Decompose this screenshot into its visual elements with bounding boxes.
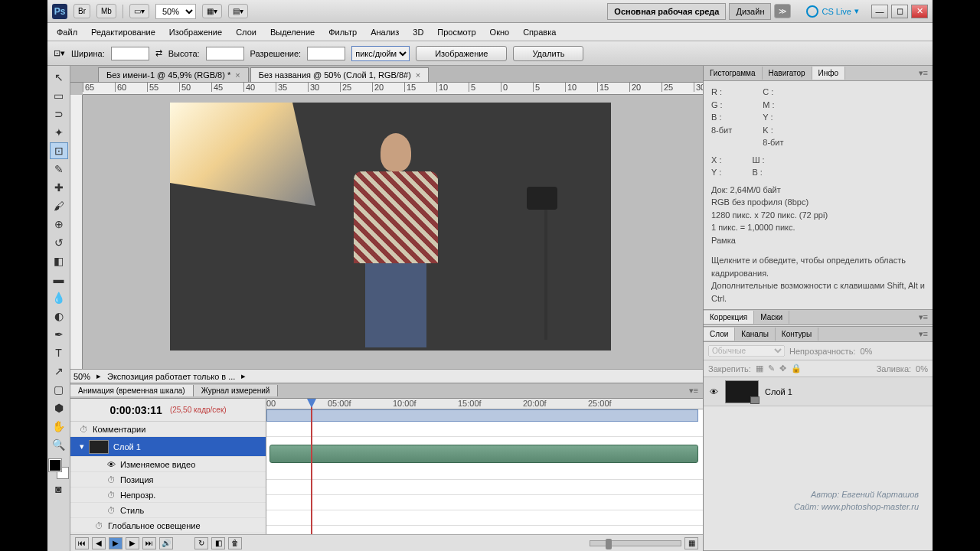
heal-tool[interactable]: ✚: [50, 179, 68, 196]
layer-name[interactable]: Слой 1: [765, 387, 792, 396]
doctab-1[interactable]: Без имени-1 @ 45,9% (RGB/8) *×: [98, 67, 249, 82]
goto-start-button[interactable]: ⏮: [75, 537, 89, 549]
tab-info[interactable]: Инфо: [812, 67, 846, 80]
stamp-tool[interactable]: ⊕: [50, 216, 68, 233]
gradient-tool[interactable]: ▬: [50, 271, 68, 288]
panel-menu-icon[interactable]: ▾≡: [914, 312, 933, 322]
tab-histogram[interactable]: Гистограмма: [704, 67, 763, 80]
work-area-bar[interactable]: [266, 409, 698, 422]
tab-navigator[interactable]: Навигатор: [763, 67, 812, 80]
stopwatch-icon[interactable]: ⏱: [80, 425, 88, 434]
visibility-icon[interactable]: 👁: [708, 387, 719, 396]
panel-menu-icon[interactable]: ▾≡: [914, 329, 933, 339]
lock-all-icon[interactable]: 🔒: [791, 364, 802, 373]
canvas[interactable]: [170, 103, 611, 350]
delete-button[interactable]: Удалить: [513, 46, 583, 61]
delete-frame-button[interactable]: 🗑: [228, 537, 242, 549]
panel-menu-icon[interactable]: ▾≡: [914, 68, 933, 78]
minibridge-button[interactable]: Mb: [96, 4, 116, 18]
workspace-design[interactable]: Дизайн: [729, 3, 771, 20]
tab-animation[interactable]: Анимация (временная шкала): [70, 385, 194, 396]
lock-brush-icon[interactable]: ✎: [768, 364, 775, 373]
fg-color-swatch[interactable]: [49, 459, 61, 471]
blend-mode-select[interactable]: Обычные: [708, 345, 785, 357]
tab-measurement-log[interactable]: Журнал измерений: [194, 385, 279, 396]
eyedropper-tool[interactable]: ✎: [50, 161, 68, 178]
path-tool[interactable]: ↗: [50, 363, 68, 380]
tab-paths[interactable]: Контуры: [776, 328, 818, 341]
marquee-tool[interactable]: ▭: [50, 87, 68, 104]
menu-image[interactable]: Изображение: [163, 25, 228, 39]
3d-tool[interactable]: ⬢: [50, 399, 68, 416]
zoom-dropdown[interactable]: 50%: [155, 4, 196, 19]
lock-move-icon[interactable]: ✥: [779, 364, 786, 373]
brush-tool[interactable]: 🖌: [50, 197, 68, 214]
eraser-tool[interactable]: ◧: [50, 253, 68, 269]
history-brush-tool[interactable]: ↺: [50, 234, 68, 251]
doctab-2[interactable]: Без названия @ 50% (Слой 1, RGB/8#)×: [250, 67, 430, 82]
time-ruler[interactable]: 0005:00f10:00f15:00f20:00f25:00f: [266, 399, 703, 409]
quickmask-tool[interactable]: ◙: [50, 481, 68, 497]
blur-tool[interactable]: 💧: [50, 289, 68, 306]
maximize-button[interactable]: ◻: [891, 5, 908, 18]
audio-button[interactable]: 🔊: [159, 537, 173, 549]
next-frame-button[interactable]: ▶: [126, 537, 139, 549]
close-button[interactable]: ✕: [911, 5, 928, 18]
menu-select[interactable]: Выделение: [264, 25, 321, 39]
height-input[interactable]: [206, 47, 244, 60]
onion-button[interactable]: ◧: [211, 537, 225, 549]
lock-pixels-icon[interactable]: ▦: [756, 364, 763, 373]
image-button[interactable]: Изображение: [416, 46, 507, 61]
convert-frames-button[interactable]: ▦: [684, 537, 698, 549]
loop-button[interactable]: ↻: [194, 537, 208, 549]
tab-adjustments[interactable]: Коррекция: [704, 311, 754, 324]
extras-button[interactable]: ▤▾: [228, 4, 248, 18]
zoom-tool[interactable]: 🔍: [50, 436, 68, 453]
menu-help[interactable]: Справка: [517, 25, 562, 39]
play-button[interactable]: ▶: [109, 537, 122, 549]
close-icon[interactable]: ×: [416, 70, 420, 80]
prev-frame-button[interactable]: ◀: [92, 537, 106, 549]
stopwatch-icon[interactable]: ⏱: [107, 491, 116, 500]
timeline-layer-row[interactable]: ▾ Слой 1: [70, 437, 266, 457]
shape-tool[interactable]: ▢: [50, 381, 68, 398]
lasso-tool[interactable]: ⊃: [50, 106, 68, 122]
workspace-more-button[interactable]: ≫: [774, 4, 791, 18]
crop-tool[interactable]: ⊡: [50, 142, 68, 159]
type-tool[interactable]: T: [50, 344, 68, 361]
stopwatch-icon[interactable]: ⏱: [107, 475, 116, 484]
minimize-button[interactable]: —: [871, 5, 888, 18]
status-zoom[interactable]: 50%: [74, 372, 90, 381]
arrange-button[interactable]: ▦▾: [202, 4, 222, 18]
disclosure-icon[interactable]: ▾: [80, 442, 84, 452]
menu-3d[interactable]: 3D: [407, 25, 430, 39]
menu-file[interactable]: Файл: [51, 25, 83, 39]
canvas-area[interactable]: 6560555045403530252015105051015202530354…: [70, 83, 703, 369]
hand-tool[interactable]: ✋: [50, 418, 68, 435]
playhead[interactable]: [311, 399, 312, 534]
pen-tool[interactable]: ✒: [50, 326, 68, 343]
menu-filter[interactable]: Фильтр: [322, 25, 363, 39]
tab-masks[interactable]: Маски: [754, 311, 789, 324]
menu-view[interactable]: Просмотр: [431, 25, 482, 39]
zoom-slider[interactable]: [590, 540, 681, 546]
video-clip[interactable]: [270, 445, 698, 463]
layer-row[interactable]: 👁 Слой 1: [704, 377, 933, 406]
wand-tool[interactable]: ✦: [50, 124, 68, 141]
close-icon[interactable]: ×: [235, 70, 240, 80]
swap-icon[interactable]: ⇄: [155, 48, 162, 58]
timeline-area[interactable]: 0005:00f10:00f15:00f20:00f25:00f: [266, 399, 703, 534]
menu-window[interactable]: Окно: [484, 25, 516, 39]
units-select[interactable]: пикс/дюйм: [351, 46, 410, 61]
cs-live-button[interactable]: CS Live ▾: [806, 5, 859, 18]
screen-mode-button[interactable]: ▭▾: [129, 4, 149, 18]
goto-end-button[interactable]: ⏭: [142, 537, 156, 549]
resolution-input[interactable]: [307, 47, 345, 60]
tab-channels[interactable]: Каналы: [735, 328, 776, 341]
workspace-main[interactable]: Основная рабочая среда: [607, 3, 726, 20]
color-swatches[interactable]: [49, 459, 69, 479]
bridge-button[interactable]: Br: [74, 4, 90, 18]
stopwatch-icon[interactable]: ⏱: [107, 506, 116, 515]
tab-layers[interactable]: Слои: [704, 328, 735, 341]
width-input[interactable]: [111, 47, 149, 60]
